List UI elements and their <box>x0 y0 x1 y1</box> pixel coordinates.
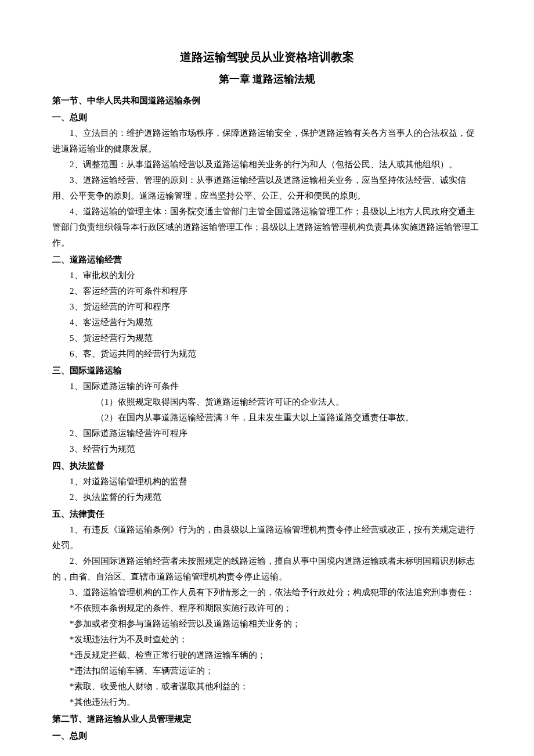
item-2-4: 4、客运经营行为规范 <box>52 315 482 330</box>
star-2: *参加或者变相参与道路运输经营以及道路运输相关业务的； <box>52 616 482 632</box>
item-3-1a: （1）依照规定取得国内客、货道路运输经营许可证的企业法人。 <box>52 394 482 410</box>
para-5-3: 3、道路运输管理机构的工作人员有下列情形之一的，依法给予行政处分；构成犯罪的依法… <box>52 585 482 600</box>
subsection-1-5: 五、法律责任 <box>52 506 482 522</box>
item-2-1: 1、审批权的划分 <box>52 268 482 283</box>
section-1-heading: 第一节、中华人民共和国道路运输条例 <box>52 93 482 109</box>
star-3: *发现违法行为不及时查处的； <box>52 632 482 647</box>
item-4-1: 1、对道路运输管理机构的监督 <box>52 474 482 489</box>
subsection-1-4: 四、执法监督 <box>52 458 482 474</box>
item-2-5: 5、货运经营行为规范 <box>52 330 482 346</box>
star-6: *索取、收受他人财物，或者谋取其他利益的； <box>52 679 482 694</box>
section-2-heading: 第二节、道路运输从业人员管理规定 <box>52 711 482 727</box>
para-5-1: 1、有违反《道路运输条例》行为的，由县级以上道路运输管理机构责令停止经营或改正，… <box>52 522 482 553</box>
item-3-1: 1、国际道路运输的许可条件 <box>52 379 482 394</box>
star-1: *不依照本条例规定的条件、程序和期限实施行政许可的； <box>52 600 482 616</box>
item-2-2: 2、客运经营的许可条件和程序 <box>52 283 482 299</box>
item-4-2: 2、执法监督的行为规范 <box>52 489 482 505</box>
para-1-4: 4、道路运输的管理主体：国务院交通主管部门主管全国道路运输管理工作；县级以上地方… <box>52 204 482 251</box>
para-1-2: 2、调整范围：从事道路运输经营以及道路运输相关业务的行为和人（包括公民、法人或其… <box>52 157 482 172</box>
item-2-3: 3、货运经营的许可和程序 <box>52 299 482 315</box>
star-4: *违反规定拦截、检查正常行驶的道路运输车辆的； <box>52 647 482 663</box>
star-7: *其他违法行为。 <box>52 694 482 710</box>
star-5: *违法扣留运输车辆、车辆营运证的； <box>52 663 482 679</box>
subsection-1-1: 一、总则 <box>52 110 482 125</box>
item-3-2: 2、国际道路运输经营许可程序 <box>52 426 482 441</box>
document-title: 道路运输驾驶员从业资格培训教案 <box>52 46 482 67</box>
para-1-1: 1、立法目的：维护道路运输市场秩序，保障道路运输安全，保护道路运输有关各方当事人… <box>52 125 482 157</box>
para-1-3: 3、道路运输经营、管理的原则：从事道路运输经营以及道路运输相关业务，应当坚持依法… <box>52 172 482 204</box>
chapter-title: 第一章 道路运输法规 <box>52 70 482 88</box>
item-3-1b: （2）在国内从事道路运输经营满 3 年，且未发生重大以上道路道路交通责任事故。 <box>52 410 482 426</box>
subsection-2-1: 一、总则 <box>52 728 482 744</box>
subsection-1-3: 三、国际道路运输 <box>52 363 482 379</box>
subsection-1-2: 二、道路运输经营 <box>52 252 482 268</box>
para-5-2: 2、外国国际道路运输经营者未按照规定的线路运输，擅自从事中国境内道路运输或者未标… <box>52 553 482 585</box>
item-2-6: 6、客、货运共同的经营行为规范 <box>52 346 482 362</box>
item-3-3: 3、经营行为规范 <box>52 441 482 457</box>
